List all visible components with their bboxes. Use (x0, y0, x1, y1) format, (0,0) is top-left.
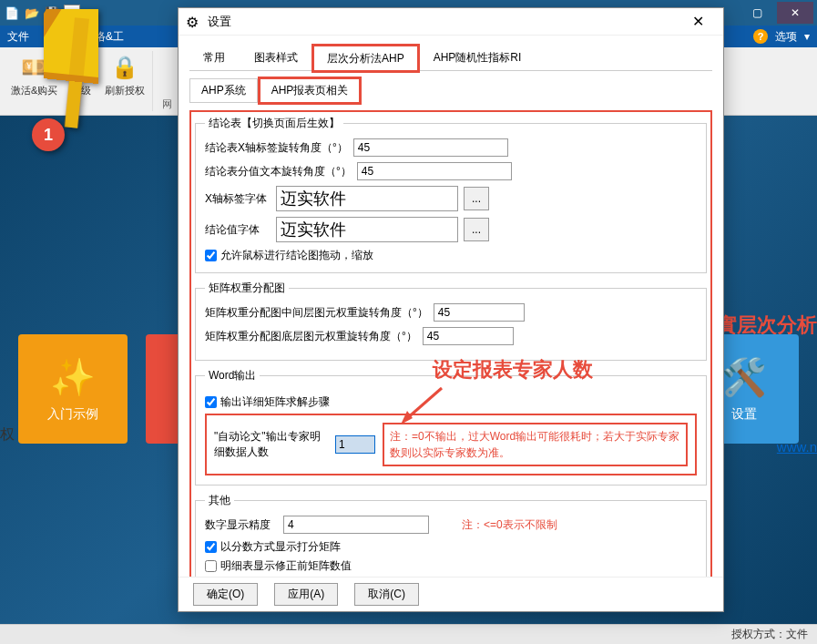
checkbox-output-detail[interactable] (205, 396, 217, 408)
annotation-arrow-2 (396, 383, 451, 429)
tools-icon: 🛠️ (721, 356, 767, 399)
dropdown-icon[interactable]: ▾ (804, 30, 810, 43)
checkbox-fraction-label: 以分数方式显示打分矩阵 (220, 539, 341, 555)
checkbox-show-original-label: 明细表显示修正前矩阵数值 (220, 558, 352, 574)
settings-icon: ⚙ (186, 14, 202, 30)
lock-icon: 🔒 (110, 53, 139, 82)
note-expert-count: 注：=0不输出，过大Word输出可能很耗时；若大于实际专家数则以实际专家数为准。 (383, 423, 688, 466)
tab-chart-style[interactable]: 图表样式 (240, 45, 311, 70)
input-mid-rotation[interactable] (434, 303, 525, 322)
input-expert-count[interactable] (335, 435, 375, 454)
label-precision: 数字显示精度 (205, 517, 278, 533)
settings-dialog: ⚙ 设置 ✕ 常用 图表样式 层次分析法AHP AHP随机性指标RI AHP系统… (178, 7, 724, 612)
settings-content: 结论表【切换页面后生效】 结论表X轴标签旋转角度（°） 结论表分值文本旋转角度（… (189, 110, 712, 577)
note-precision: 注：<=0表示不限制 (462, 517, 557, 533)
label-value-font: 结论值字体 (205, 222, 271, 238)
browse-x-font-button[interactable]: ... (464, 187, 489, 210)
tab-common[interactable]: 常用 (189, 45, 239, 70)
label-x-rotation: 结论表X轴标签旋转角度（°） (205, 140, 348, 156)
svg-line-3 (405, 388, 442, 420)
checkbox-fraction-display[interactable] (205, 541, 217, 553)
browse-value-font-button[interactable]: ... (464, 218, 489, 241)
legend: 其他 (205, 493, 234, 508)
checkbox-allow-drag-label: 允许鼠标进行结论图拖动，缩放 (220, 248, 373, 263)
subtab-ahp-system[interactable]: AHP系统 (189, 78, 258, 103)
checkbox-allow-drag[interactable] (205, 250, 217, 261)
ok-button[interactable]: 确定(O) (193, 583, 258, 606)
ribbon-group-label: 网 (162, 97, 172, 111)
annotation-title: 设定报表专家人数 (433, 356, 593, 383)
legend: Word输出 (205, 368, 260, 383)
label-value-rotation: 结论表分值文本旋转角度（°） (205, 164, 352, 179)
input-precision[interactable] (283, 516, 429, 534)
statusbar: 授权方式：文件 (0, 624, 817, 644)
expert-count-row: "自动论文"输出专家明细数据人数 注：=0不输出，过大Word输出可能很耗时；若… (205, 414, 697, 475)
input-x-font[interactable] (276, 186, 458, 211)
menu-file[interactable]: 文件 (7, 29, 29, 45)
input-x-rotation[interactable] (353, 138, 508, 157)
menu-options[interactable]: 选项 (775, 29, 797, 45)
main-tabs: 常用 图表样式 层次分析法AHP AHP随机性指标RI (189, 45, 712, 71)
input-bottom-rotation[interactable] (423, 327, 514, 345)
new-file-icon[interactable]: 📄 (4, 5, 20, 21)
website-link[interactable]: www.n (777, 439, 817, 455)
maximize-button[interactable]: ▢ (739, 2, 775, 24)
annotation-step-1: 1 (32, 118, 65, 151)
status-text: 授权方式：文件 (731, 627, 808, 642)
fieldset-matrix-weight: 矩阵权重分配图 矩阵权重分配图中间层图元权重旋转角度（°） 矩阵权重分配图底层图… (195, 281, 707, 361)
refresh-auth-button[interactable]: 🔒 刷新授权 (103, 51, 147, 99)
checkbox-output-detail-label: 输出详细矩阵求解步骤 (220, 394, 330, 410)
dialog-close-button[interactable]: ✕ (679, 13, 716, 30)
fieldset-word-output: Word输出 设定报表专家人数 输出详细矩阵求解步骤 "自动论文"输出专家明细数… (195, 368, 707, 486)
legend: 矩阵权重分配图 (205, 281, 289, 296)
input-value-font[interactable] (276, 217, 458, 242)
dialog-titlebar: ⚙ 设置 ✕ (179, 8, 723, 36)
apply-button[interactable]: 应用(A) (274, 583, 338, 606)
checkbox-show-original[interactable] (205, 560, 217, 572)
subtab-ahp-report[interactable]: AHP报表页相关 (260, 78, 361, 103)
help-icon[interactable]: ? (753, 29, 768, 44)
close-button[interactable]: ✕ (777, 2, 813, 24)
fieldset-conclusion-table: 结论表【切换页面后生效】 结论表X轴标签旋转角度（°） 结论表分值文本旋转角度（… (195, 116, 707, 273)
svg-marker-4 (401, 411, 413, 424)
fieldset-other: 其他 数字显示精度 注：<=0表示不限制 以分数方式显示打分矩阵 明细表显示修正… (195, 493, 707, 577)
tile-examples[interactable]: ✨ 入门示例 (18, 334, 128, 444)
input-value-rotation[interactable] (357, 162, 512, 180)
legend: 结论表【切换页面后生效】 (205, 116, 343, 131)
label-bottom-rotation: 矩阵权重分配图底层图元权重旋转角度（°） (205, 329, 417, 344)
dialog-title: 设置 (208, 14, 231, 30)
svg-line-2 (71, 18, 82, 128)
wand-icon: ✨ (50, 356, 96, 399)
cancel-button[interactable]: 取消(C) (354, 583, 419, 606)
sub-tabs: AHP系统 AHP报表页相关 (189, 78, 712, 103)
dialog-buttons: 确定(O) 应用(A) 取消(C) (179, 577, 723, 611)
label-x-font: X轴标签字体 (205, 191, 271, 207)
auth-label: 权 (0, 425, 15, 445)
label-expert-count: "自动论文"输出专家明细数据人数 (214, 429, 328, 460)
open-folder-icon[interactable]: 📂 (24, 5, 40, 21)
label-mid-rotation: 矩阵权重分配图中间层图元权重旋转角度（°） (205, 305, 428, 321)
tab-ahp[interactable]: 层次分析法AHP (313, 46, 418, 71)
tab-ahp-ri[interactable]: AHP随机性指标RI (420, 45, 536, 70)
